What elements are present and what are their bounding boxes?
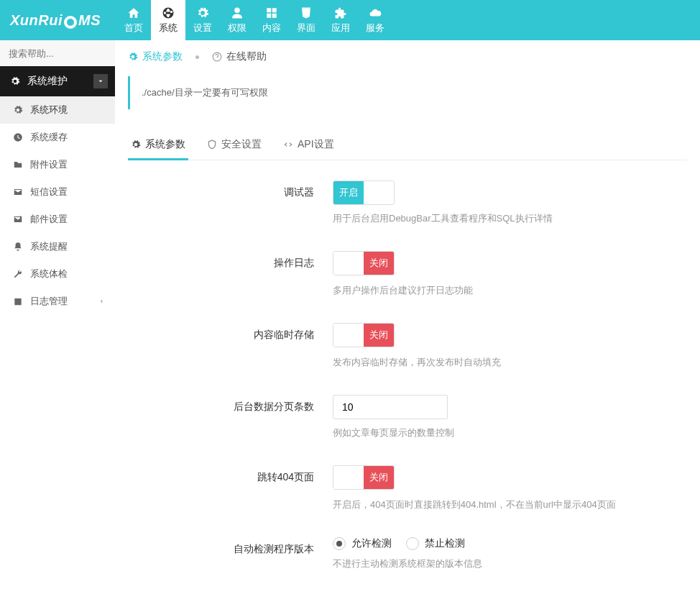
toggle-blank[interactable] xyxy=(333,324,364,347)
tab-security[interactable]: 安全设置 xyxy=(204,131,264,160)
top-navbar: XunRui MS 首页 系统 设置 权限 内容 界面 应用 服务 xyxy=(0,0,700,40)
sidebar-item-sms[interactable]: 短信设置 xyxy=(0,178,115,206)
main-content: 系统参数 在线帮助 ./cache/目录一定要有可写权限 系统参数 安全设置 A… xyxy=(115,40,700,594)
home-icon xyxy=(127,6,140,19)
nav-service[interactable]: 服务 xyxy=(358,0,392,40)
code-icon xyxy=(283,140,293,150)
row-oplog: 操作日志 关闭 多用户操作后台建议打开日志功能 xyxy=(128,251,687,297)
nav-permission[interactable]: 权限 xyxy=(220,0,254,40)
sidebar-item-notify[interactable]: 系统提醒 xyxy=(0,233,115,260)
toggle-tmpstore[interactable]: 关闭 xyxy=(333,323,395,347)
sidebar-item-health[interactable]: 系统体检 xyxy=(0,260,115,288)
help-tmpstore: 发布内容临时存储，再次发布时自动填充 xyxy=(333,356,687,369)
shield-icon xyxy=(207,140,217,150)
alert-cache-writable: ./cache/目录一定要有可写权限 xyxy=(128,76,687,109)
nav-content[interactable]: 内容 xyxy=(254,0,289,40)
flame-icon xyxy=(64,12,77,29)
label-jump404: 跳转404页面 xyxy=(128,465,333,511)
help-jump404: 开启后，404页面时直接跳转到404.html，不在当前url中显示404页面 xyxy=(333,498,687,511)
help-icon xyxy=(212,52,222,62)
folder-icon xyxy=(13,160,23,170)
row-debugger: 调试器 开启 用于后台启用DebugBar工具查看程序和SQL执行详情 xyxy=(128,181,687,225)
sidebar-category-maintenance[interactable]: 系统维护 xyxy=(0,66,115,96)
wrench-icon xyxy=(13,269,23,279)
toggle-debugger[interactable]: 开启 xyxy=(333,181,395,205)
label-tmpstore: 内容临时存储 xyxy=(128,323,333,369)
crumb-online-help[interactable]: 在线帮助 xyxy=(212,50,267,63)
help-autocheck: 不进行主动检测系统框架的版本信息 xyxy=(333,557,687,570)
help-pagesize: 例如文章每页显示的数量控制 xyxy=(333,426,687,439)
gear-icon xyxy=(128,52,138,62)
cloud-icon xyxy=(369,6,382,19)
toggle-blank[interactable] xyxy=(333,252,364,275)
top-nav-items: 首页 系统 设置 权限 内容 界面 应用 服务 xyxy=(116,0,392,40)
toggle-off[interactable]: 关闭 xyxy=(364,324,394,347)
radio-forbid-check[interactable]: 禁止检测 xyxy=(406,537,465,550)
row-autocheck: 自动检测程序版本 允许检测 禁止检测 不进行主动检测系统框架的版本信息 xyxy=(128,537,687,570)
sidebar-item-sysenv[interactable]: 系统环境 xyxy=(0,96,115,124)
toggle-jump404[interactable]: 关闭 xyxy=(333,465,395,490)
mail-icon xyxy=(13,187,23,197)
chevron-down-icon xyxy=(93,74,108,88)
settings-tabs: 系统参数 安全设置 API设置 xyxy=(128,131,687,160)
grid-icon xyxy=(265,6,278,19)
label-pagesize: 后台数据分页条数 xyxy=(128,395,333,439)
gear-icon xyxy=(13,105,23,115)
sidebar-item-logs[interactable]: 日志管理 xyxy=(0,288,115,315)
row-jump404: 跳转404页面 关闭 开启后，404页面时直接跳转到404.html，不在当前u… xyxy=(128,465,687,511)
crumb-system-params[interactable]: 系统参数 xyxy=(128,50,183,63)
breadcrumb: 系统参数 在线帮助 xyxy=(128,50,687,63)
chevron-left-icon xyxy=(98,298,105,305)
row-pagesize: 后台数据分页条数 例如文章每页显示的数量控制 xyxy=(128,395,687,439)
search-input[interactable] xyxy=(9,48,129,59)
bell-icon xyxy=(13,242,23,252)
toggle-off[interactable]: 关闭 xyxy=(364,252,394,275)
brand-left: XunRui xyxy=(10,12,63,29)
help-oplog: 多用户操作后台建议打开日志功能 xyxy=(333,284,687,297)
globe-icon xyxy=(162,6,175,19)
brand-logo: XunRui MS xyxy=(0,0,111,40)
user-icon xyxy=(231,6,244,19)
nav-apps[interactable]: 应用 xyxy=(323,0,358,40)
clock-icon xyxy=(13,132,23,142)
radios-autocheck: 允许检测 禁止检测 xyxy=(333,537,687,550)
html5-icon xyxy=(300,6,313,19)
brand-right: MS xyxy=(78,12,101,29)
tab-system-params[interactable]: 系统参数 xyxy=(128,131,188,160)
separator-dot xyxy=(195,55,199,59)
tab-api[interactable]: API设置 xyxy=(280,131,337,160)
gears-icon xyxy=(196,6,209,19)
sidebar-item-syscache[interactable]: 系统缓存 xyxy=(0,124,115,151)
gear-icon xyxy=(10,76,20,86)
toggle-off[interactable]: 关闭 xyxy=(364,466,394,489)
nav-home[interactable]: 首页 xyxy=(116,0,151,40)
sidebar-menu: 系统维护 系统环境 系统缓存 附件设置 短信设置 邮件设置 系统提醒 系统体检 … xyxy=(0,66,115,315)
sidebar: 系统维护 系统环境 系统缓存 附件设置 短信设置 邮件设置 系统提醒 系统体检 … xyxy=(0,40,115,594)
nav-system[interactable]: 系统 xyxy=(151,0,185,40)
toggle-blank[interactable] xyxy=(364,181,394,204)
sidebar-item-email[interactable]: 邮件设置 xyxy=(0,206,115,233)
toggle-oplog[interactable]: 关闭 xyxy=(333,251,395,275)
label-debugger: 调试器 xyxy=(128,181,333,225)
sidebar-search[interactable] xyxy=(0,40,115,66)
sidebar-item-attach[interactable]: 附件设置 xyxy=(0,151,115,178)
label-oplog: 操作日志 xyxy=(128,251,333,297)
nav-settings[interactable]: 设置 xyxy=(185,0,220,40)
mailout-icon xyxy=(13,214,23,224)
toggle-blank[interactable] xyxy=(333,466,364,489)
input-pagesize[interactable] xyxy=(333,395,448,419)
settings-form: 调试器 开启 用于后台启用DebugBar工具查看程序和SQL执行详情 操作日志… xyxy=(128,181,687,594)
calendar-icon xyxy=(13,296,23,306)
puzzle-icon xyxy=(334,6,347,19)
nav-ui[interactable]: 界面 xyxy=(289,0,323,40)
radio-icon xyxy=(406,537,419,550)
row-tmpstore: 内容临时存储 关闭 发布内容临时存储，再次发布时自动填充 xyxy=(128,323,687,369)
radio-icon xyxy=(333,537,346,550)
label-autocheck: 自动检测程序版本 xyxy=(128,537,333,570)
help-debugger: 用于后台启用DebugBar工具查看程序和SQL执行详情 xyxy=(333,212,687,225)
gear-icon xyxy=(131,140,141,150)
toggle-on[interactable]: 开启 xyxy=(333,181,364,204)
radio-allow-check[interactable]: 允许检测 xyxy=(333,537,392,550)
